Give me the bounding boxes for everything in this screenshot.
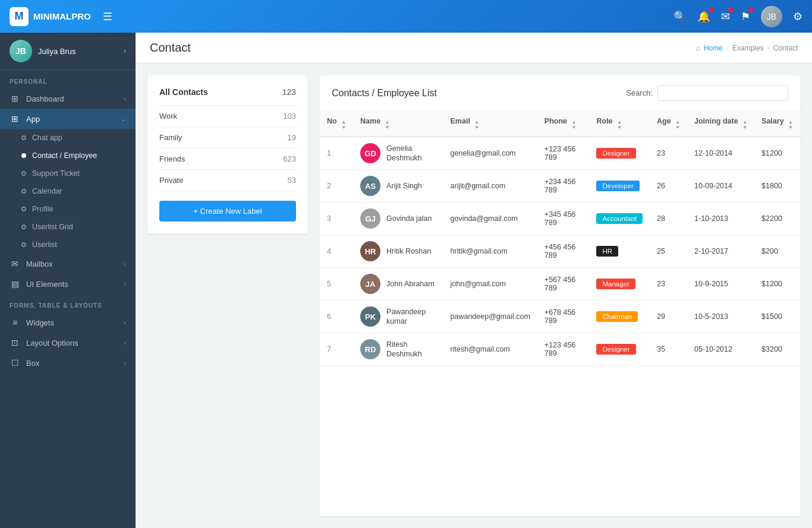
sidebar-item-contact-employee[interactable]: Contact / Employee	[0, 147, 136, 165]
sidebar-user-arrow-icon: ›	[124, 47, 126, 55]
label-row-work[interactable]: Work 103	[159, 112, 296, 127]
cell-role: Designer	[589, 137, 650, 170]
label-row-family[interactable]: Family 19	[159, 127, 296, 148]
table-row[interactable]: 5 JA John Abraham john@gmail.com +567 45…	[320, 268, 800, 301]
employee-avatar: PK	[360, 306, 380, 327]
notifications-button[interactable]: 🔔	[697, 10, 710, 23]
sidebar-item-ui-elements[interactable]: ▤ UI Elements ›	[0, 274, 136, 294]
chat-app-dot	[21, 135, 26, 140]
col-role: Role ▲▼	[589, 111, 650, 137]
sidebar-item-layout-options[interactable]: ⊡ Layout Options ›	[0, 333, 136, 353]
cell-role: Manager	[589, 268, 650, 301]
role-badge: Chairman	[596, 311, 638, 322]
breadcrumb-home[interactable]: Home	[704, 44, 723, 52]
sidebar-item-dashboard[interactable]: ⊞ Dashboard ›	[0, 88, 136, 109]
search-button[interactable]: 🔍	[673, 10, 687, 23]
create-label-button[interactable]: + Create New Label	[159, 201, 296, 222]
user-avatar[interactable]: JB	[761, 6, 782, 27]
employee-avatar: RD	[360, 339, 380, 359]
cell-role: Developer	[589, 170, 650, 203]
sidebar-item-userlist[interactable]: Userlist	[0, 236, 136, 254]
label-row-friends[interactable]: Friends 623	[159, 148, 296, 170]
cell-role: HR	[589, 235, 650, 268]
sidebar-item-userlist-grid[interactable]: Userlist Grid	[0, 218, 136, 236]
label-row-private[interactable]: Private 53	[159, 170, 296, 191]
all-contacts-label: All Contacts	[159, 87, 208, 97]
calendar-dot	[21, 189, 26, 194]
table-row[interactable]: 4 HR Hritik Roshan hritik@gmail.com +456…	[320, 235, 800, 268]
flag-button[interactable]: ⚑	[741, 10, 750, 23]
widgets-icon: ≡	[10, 318, 20, 327]
table-row[interactable]: 3 GJ Govinda jalan govinda@gmail.com +34…	[320, 203, 800, 235]
support-ticket-label: Support Ticket	[32, 169, 80, 178]
cell-phone: +123 456 789	[537, 333, 590, 366]
breadcrumb-examples: Examples	[732, 44, 764, 52]
cell-age: 23	[650, 268, 687, 301]
messages-button[interactable]: ✉	[721, 10, 730, 23]
calendar-label: Calendar	[32, 187, 62, 195]
cell-salary: $1800	[754, 170, 800, 203]
cell-phone: +456 456 789	[537, 235, 590, 268]
layout-options-icon: ⊡	[10, 338, 20, 347]
layout-arrow-icon: ›	[124, 339, 126, 346]
sidebar-item-chat-app[interactable]: Chat app	[0, 129, 136, 147]
cell-phone: +234 456 789	[537, 170, 590, 203]
chat-app-label: Chat app	[32, 134, 62, 142]
content-body: All Contacts 123 Work 103Family 19Friend…	[136, 64, 812, 528]
settings-icon[interactable]: ⚙	[793, 10, 802, 23]
page-title: Contact	[150, 41, 191, 55]
cell-no: 6	[320, 301, 353, 333]
breadcrumb-sep-2: ›	[767, 44, 770, 52]
sidebar-item-widgets[interactable]: ≡ Widgets ›	[0, 312, 136, 333]
ui-elements-label: UI Elements	[26, 280, 68, 289]
employee-table: No ▲▼ Name ▲▼ Email ▲▼ Phone ▲▼	[320, 111, 800, 366]
sidebar-item-app[interactable]: ⊞ App ⌄	[0, 109, 136, 129]
label-count: 623	[283, 154, 296, 163]
box-label: Box	[26, 359, 39, 368]
sidebar: JB Juliya Brus › PERSONAL ⊞ Dashboard › …	[0, 33, 136, 528]
table-row[interactable]: 6 PK Pawandeep kumar pawandeep@gmail.com…	[320, 301, 800, 333]
cell-name: RD Ritesh Deshmukh	[353, 333, 443, 366]
sidebar-user[interactable]: JB Juliya Brus ›	[0, 33, 136, 70]
employee-name: Genelia Deshmukh	[386, 144, 436, 163]
breadcrumb: ⌂ Home › Examples › Contact	[696, 44, 798, 52]
col-phone: Phone ▲▼	[537, 111, 590, 137]
cell-no: 4	[320, 235, 353, 268]
role-badge: Designer	[596, 344, 635, 355]
topnav-actions: 🔍 🔔 ✉ ⚑ JB ⚙	[673, 6, 802, 27]
sidebar-item-calendar[interactable]: Calendar	[0, 182, 136, 200]
userlist-label: Userlist	[32, 241, 57, 249]
employee-avatar: JA	[360, 274, 380, 294]
flag-badge	[748, 8, 753, 12]
cell-email: genelia@gmail.com	[443, 137, 537, 170]
label-count: 19	[288, 133, 296, 142]
table-row[interactable]: 1 GD Genelia Deshmukh genelia@gmail.com …	[320, 137, 800, 170]
contact-employee-dot	[21, 153, 26, 158]
col-joining: Joining date ▲▼	[687, 111, 754, 137]
cell-age: 29	[650, 301, 687, 333]
cell-phone: +678 456 789	[537, 301, 590, 333]
cell-no: 2	[320, 170, 353, 203]
table-title: Contacts / Employee List	[332, 88, 437, 99]
sidebar-item-profile[interactable]: Profile	[0, 200, 136, 218]
sidebar-item-support-ticket[interactable]: Support Ticket	[0, 165, 136, 182]
notification-badge	[709, 8, 713, 12]
sidebar-username: Juliya Brus	[38, 47, 118, 56]
hamburger-icon[interactable]: ☰	[103, 10, 112, 23]
label-count: 103	[283, 112, 296, 121]
table-row[interactable]: 2 AS Arijit Singh arijit@gmail.com +234 …	[320, 170, 800, 203]
cell-name: AS Arijit Singh	[353, 170, 443, 203]
employee-list-panel: Contacts / Employee List Search: No ▲▼	[320, 75, 800, 516]
employee-name: Arijit Singh	[386, 181, 422, 191]
search-input[interactable]	[657, 85, 788, 101]
app-logo[interactable]: M MINIMALPRO	[10, 7, 91, 26]
table-row[interactable]: 7 RD Ritesh Deshmukh ritesh@gmail.com +1…	[320, 333, 800, 366]
layout-options-label: Layout Options	[26, 339, 78, 347]
box-arrow-icon: ›	[124, 359, 126, 366]
label-count: 53	[288, 176, 296, 185]
sidebar-item-mailbox[interactable]: ✉ Mailbox ›	[0, 254, 136, 274]
sidebar-item-box[interactable]: ☐ Box ›	[0, 353, 136, 373]
topnav: M MINIMALPRO ☰ 🔍 🔔 ✉ ⚑ JB ⚙	[0, 0, 812, 33]
cell-no: 3	[320, 203, 353, 235]
cell-joining: 05-10-2012	[687, 333, 754, 366]
